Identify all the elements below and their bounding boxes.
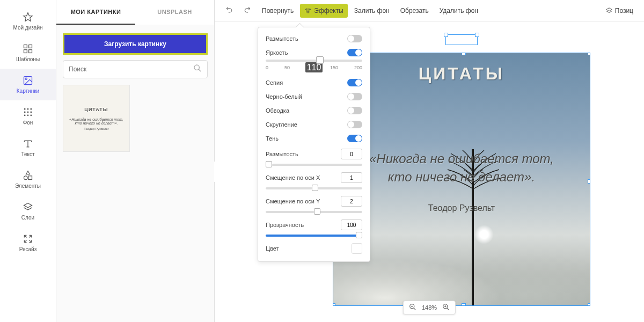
zoom-in-button[interactable] <box>442 303 450 312</box>
svg-point-18 <box>306 9 307 10</box>
svg-point-7 <box>27 108 28 109</box>
zoom-value: 148% <box>422 304 437 311</box>
sidebar-item-background[interactable]: Фон <box>0 100 56 132</box>
shapes-icon <box>23 170 33 181</box>
svg-rect-0 <box>24 45 27 48</box>
fx-bw-label: Черно-белый <box>266 93 302 100</box>
redo-button[interactable] <box>239 4 255 18</box>
sidebar-item-elements[interactable]: Элементы <box>0 164 56 195</box>
layers-icon <box>23 202 33 213</box>
sidebar-item-templates[interactable]: Шаблоны <box>0 37 56 69</box>
resize-handle[interactable] <box>588 303 590 306</box>
sidebar-item-label: Элементы <box>15 183 41 189</box>
shadow-blur-input[interactable] <box>341 149 362 159</box>
sidebar: Мой дизайн Шаблоны Картинки Фон Текст Эл… <box>0 0 56 322</box>
svg-rect-2 <box>24 50 27 53</box>
sidebar-item-layers[interactable]: Слои <box>0 195 56 227</box>
remove-background-button[interactable]: Удалить фон <box>435 4 482 18</box>
fx-blur-label: Размытость <box>266 35 298 42</box>
sidebar-item-label: Мой дизайн <box>13 25 42 31</box>
sidebar-item-label: Шаблоны <box>16 56 40 62</box>
selection-top-box <box>445 34 478 45</box>
tab-unsplash[interactable]: UNSPLASH <box>135 0 214 25</box>
grid-icon <box>23 107 33 118</box>
offset-y-input[interactable] <box>341 196 362 207</box>
brightness-slider[interactable] <box>266 60 362 62</box>
upload-image-button[interactable]: Загрузить картинку <box>63 33 208 55</box>
image-title: ЦИТАТЫ <box>333 64 590 84</box>
blur-toggle[interactable] <box>347 35 362 42</box>
sidebar-item-my-design[interactable]: Мой дизайн <box>0 5 56 37</box>
svg-point-6 <box>24 108 25 109</box>
rotate-button[interactable]: Повернуть <box>258 4 298 18</box>
sidebar-item-label: Слои <box>21 215 34 221</box>
sidebar-item-images[interactable]: Картинки <box>0 69 56 100</box>
fx-offset-x-label: Смещение по оси X <box>266 174 320 181</box>
brightness-toggle[interactable] <box>347 49 362 56</box>
fx-color-label: Цвет <box>266 245 279 252</box>
fx-shadow-label: Тень <box>266 135 279 142</box>
thumb-title: ЦИТАТЫ <box>84 107 108 112</box>
sidebar-item-label: Фон <box>23 120 33 126</box>
offset-x-input[interactable] <box>341 172 362 183</box>
fill-background-button[interactable]: Залить фон <box>350 4 394 18</box>
fx-brightness-label: Яркость <box>266 49 288 56</box>
shadow-toggle[interactable] <box>347 135 362 142</box>
svg-point-20 <box>310 9 311 10</box>
sidebar-item-resize[interactable]: Ресайз <box>0 227 56 259</box>
layers-icon <box>605 7 613 14</box>
svg-point-8 <box>31 108 32 109</box>
resize-handle[interactable] <box>462 303 466 306</box>
svg-point-17 <box>194 65 199 70</box>
fx-offset-y-label: Смещение по оси Y <box>266 198 320 204</box>
svg-point-12 <box>24 115 25 116</box>
fx-opacity-label: Прозрачность <box>266 222 304 228</box>
bw-toggle[interactable] <box>347 93 362 100</box>
resize-icon <box>23 233 33 244</box>
canvas-area[interactable]: Размытость Яркость 0 50 100 150 200 110 … <box>215 21 644 322</box>
image-thumbnail[interactable]: ЦИТАТЫ «Никогда не ошибается тот, кто ни… <box>63 85 130 152</box>
text-icon <box>23 138 33 149</box>
svg-rect-3 <box>29 50 32 53</box>
resize-handle[interactable] <box>462 53 466 55</box>
svg-point-5 <box>25 78 27 79</box>
tab-my-images[interactable]: МОИ КАРТИНКИ <box>56 0 135 25</box>
image-author: Теодор Рузвельт <box>333 203 590 213</box>
svg-point-19 <box>308 11 309 12</box>
fx-stroke-label: Обводка <box>266 107 289 114</box>
effects-button[interactable]: Эффекты <box>300 4 348 18</box>
sepia-toggle[interactable] <box>347 79 362 86</box>
sliders-icon <box>304 7 312 14</box>
opacity-input[interactable] <box>341 219 362 230</box>
search-box[interactable] <box>63 60 208 78</box>
thumb-quote: «Никогда не ошибается тот, кто ничего не… <box>68 118 125 125</box>
svg-rect-1 <box>29 45 32 48</box>
crop-button[interactable]: Обрезать <box>396 4 433 18</box>
search-input[interactable] <box>69 65 193 73</box>
canvas: ЦИТАТЫ «Никогда не ошибается тот, кто ни… <box>333 38 590 306</box>
position-button[interactable]: Позиц <box>601 4 638 18</box>
undo-button[interactable] <box>221 4 237 18</box>
svg-point-13 <box>27 115 28 116</box>
image-icon <box>23 75 33 86</box>
toolbar: Повернуть Эффекты Залить фон Обрезать Уд… <box>215 0 644 21</box>
fx-sepia-label: Сепия <box>266 79 283 86</box>
image-quote: «Никогда не ошибается тот, кто ничего не… <box>333 150 590 186</box>
svg-point-14 <box>31 115 32 116</box>
resize-handle[interactable] <box>588 53 590 55</box>
resize-handle[interactable] <box>333 303 335 306</box>
resize-handle[interactable] <box>588 179 590 184</box>
selected-image[interactable]: ЦИТАТЫ «Никогда не ошибается тот, кто ни… <box>333 53 590 306</box>
rounding-toggle[interactable] <box>347 121 362 128</box>
fx-rounding-label: Скругление <box>266 121 297 128</box>
left-panel: МОИ КАРТИНКИ UNSPLASH Загрузить картинку… <box>56 0 215 322</box>
sidebar-item-text[interactable]: Текст <box>0 132 56 164</box>
star-icon <box>23 12 33 23</box>
shadow-color-swatch[interactable] <box>352 243 362 254</box>
zoom-out-button[interactable] <box>409 303 416 312</box>
stroke-toggle[interactable] <box>347 107 362 114</box>
thumb-author: Теодор Рузвельт <box>84 127 109 130</box>
effects-panel: Размытость Яркость 0 50 100 150 200 110 … <box>258 27 370 262</box>
templates-icon <box>23 43 33 54</box>
tabs: МОИ КАРТИНКИ UNSPLASH <box>56 0 214 25</box>
